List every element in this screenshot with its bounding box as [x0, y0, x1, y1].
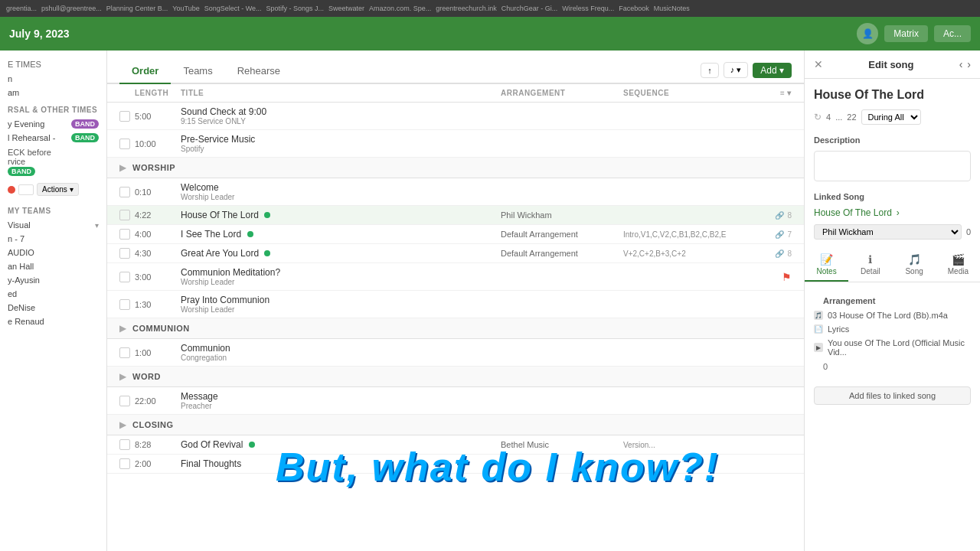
browser-tab[interactable]: Planning Center B... — [106, 5, 168, 12]
row-checkbox[interactable] — [119, 458, 130, 469]
panel-tab-song[interactable]: 🎵 Song — [893, 249, 936, 282]
tab-rehearse[interactable]: Rehearse — [225, 59, 292, 84]
edit-panel-title: Edit song — [868, 59, 913, 70]
prev-song-button[interactable]: ‹ — [959, 58, 963, 70]
panel-tab-media[interactable]: 🎬 Media — [936, 249, 980, 282]
row-info: Communion Congregation — [181, 343, 501, 362]
table-row[interactable]: 1:00 Communion Congregation — [107, 339, 804, 367]
browser-tab[interactable]: Wireless Frequ... — [562, 5, 614, 12]
actions-button[interactable]: Actions ▾ — [37, 183, 79, 196]
sidebar-ayusin-item[interactable]: y-Ayusin — [0, 273, 106, 287]
linked-song-arrow[interactable]: › — [897, 207, 900, 218]
tab-order[interactable]: Order — [119, 59, 171, 84]
sidebar-time-item[interactable]: n — [0, 72, 106, 86]
active-dot — [247, 231, 253, 237]
sidebar-n7-item[interactable]: n - 7 — [0, 232, 106, 246]
active-dot — [264, 212, 270, 218]
notes-icon: 📝 — [805, 253, 848, 266]
arrangement-item[interactable]: 📄 Lyrics — [814, 322, 971, 336]
sidebar-audio-item[interactable]: AUDIO — [0, 246, 106, 259]
row-checkbox[interactable] — [119, 229, 130, 240]
row-checkbox[interactable] — [119, 439, 130, 450]
row-sequence: Intro,V1,C,V2,C,B1,B2,C,B2,E — [623, 230, 761, 239]
sidebar-denise-item[interactable]: DeNise — [0, 301, 106, 315]
table-row[interactable]: 1:30 Pray Into Communion Worship Leader — [107, 291, 804, 318]
browser-tab[interactable]: Spotify - Songs J... — [266, 5, 325, 12]
sidebar-ed-item[interactable]: ed — [0, 287, 106, 301]
browser-tab[interactable]: MusicNotes — [654, 5, 690, 12]
sidebar-evening-item[interactable]: y Evening BAND — [0, 117, 106, 131]
browser-tab[interactable]: greentreechurch.ink — [436, 5, 497, 12]
arrangement-item[interactable]: ▶ You ouse Of The Lord (Official Music V… — [814, 336, 971, 359]
table-row[interactable]: 8:28 God Of Revival Bethel Music Version… — [107, 435, 804, 455]
section-collapse-icon[interactable]: ▶ — [119, 419, 126, 430]
section-collapse-icon[interactable]: ▶ — [119, 162, 126, 173]
arrangement-item[interactable]: 🎵 03 House Of The Lord (Bb).m4a — [814, 308, 971, 322]
table-row[interactable]: 3:00 Communion Meditation? Worship Leade… — [107, 263, 804, 291]
matrix-button[interactable]: Matrix — [884, 25, 928, 42]
table-row[interactable]: 4:22 House Of The Lord Phil Wickham 🔗 8 — [107, 206, 804, 225]
sidebar-time-item-2[interactable]: am — [0, 86, 106, 99]
browser-tab[interactable]: Sweetwater — [328, 5, 364, 12]
table-row[interactable]: 2:00 Final Thoughts — [107, 455, 804, 474]
table-row[interactable]: 22:00 Message Preacher — [107, 387, 804, 415]
closing-section-header: ▶ CLOSING — [107, 415, 804, 435]
row-actions: 🔗 8 — [761, 211, 792, 220]
close-panel-button[interactable]: ✕ — [814, 58, 823, 70]
row-checkbox[interactable] — [119, 272, 130, 282]
row-checkbox[interactable] — [119, 187, 130, 197]
table-row[interactable]: 0:10 Welcome Worship Leader — [107, 178, 804, 206]
browser-tab[interactable]: Facebook — [619, 5, 649, 12]
music-button[interactable]: ♪ ▾ — [724, 62, 749, 78]
browser-tab[interactable]: greentia... — [6, 5, 37, 12]
row-number: 8 — [787, 249, 792, 258]
timing-select[interactable]: During All — [861, 109, 921, 125]
panel-tab-media-label: Media — [948, 267, 969, 276]
next-song-button[interactable]: › — [967, 58, 971, 70]
browser-tab[interactable]: ChurchGear - Gi... — [501, 5, 558, 12]
linked-song-name[interactable]: House Of The Lord — [814, 207, 892, 218]
sidebar-rehearsal-item[interactable]: l Rehearsal - BAND — [0, 131, 106, 145]
user-icon[interactable]: 👤 — [857, 23, 878, 44]
edit-panel-header: ✕ Edit song ‹ › — [805, 51, 980, 79]
row-time: 1:00 — [135, 348, 181, 357]
active-dot — [264, 250, 270, 256]
section-collapse-icon[interactable]: ▶ — [119, 371, 126, 382]
row-checkbox[interactable] — [119, 299, 130, 310]
description-area[interactable] — [814, 151, 971, 181]
browser-tab[interactable]: SongSelect - We... — [204, 5, 262, 12]
action-button[interactable]: Ac... — [934, 25, 971, 42]
artist-select[interactable]: Phil Wickham — [814, 224, 962, 240]
row-checkbox[interactable] — [119, 210, 130, 220]
table-row[interactable]: 4:30 Great Are You Lord Default Arrangem… — [107, 244, 804, 263]
browser-tab[interactable]: YouTube — [172, 5, 199, 12]
add-button[interactable]: Add ▾ — [753, 63, 792, 78]
row-checkbox[interactable] — [119, 139, 130, 149]
service-body: 5:00 Sound Check at 9:00 9:15 Service ON… — [107, 103, 804, 551]
sidebar-visual-item[interactable]: Visual ▾ — [0, 218, 106, 232]
row-arrangement: Default Arrangement — [501, 230, 623, 239]
refresh-icon: ↻ — [814, 112, 822, 122]
browser-tab[interactable]: pshull@greentree... — [41, 5, 102, 12]
sidebar-anhall-item[interactable]: an Hall — [0, 259, 106, 273]
sidebar-actions: Actions ▾ — [0, 178, 106, 201]
row-time: 2:00 — [135, 459, 181, 468]
section-label-closing: CLOSING — [132, 420, 174, 429]
section-collapse-icon[interactable]: ▶ — [119, 323, 126, 334]
row-checkbox[interactable] — [119, 248, 130, 259]
add-files-button[interactable]: Add files to linked song — [814, 386, 971, 405]
panel-tab-detail[interactable]: ℹ Detail — [848, 249, 892, 282]
panel-tab-notes[interactable]: 📝 Notes — [805, 249, 848, 282]
row-number: 8 — [787, 211, 792, 220]
row-checkbox[interactable] — [119, 396, 130, 406]
share-button[interactable]: ↑ — [701, 63, 719, 78]
table-row[interactable]: 5:00 Sound Check at 9:00 9:15 Service ON… — [107, 103, 804, 130]
table-row[interactable]: 10:00 Pre-Service Music Spotify — [107, 130, 804, 158]
row-checkbox[interactable] — [119, 111, 130, 122]
tab-teams[interactable]: Teams — [171, 59, 224, 84]
sidebar-renaud-item[interactable]: e Renaud — [0, 315, 106, 328]
row-time: 5:00 — [135, 112, 181, 121]
browser-tab[interactable]: Amazon.com. Spe... — [369, 5, 431, 12]
row-checkbox[interactable] — [119, 347, 130, 358]
table-row[interactable]: 4:00 I See The Lord Default Arrangement … — [107, 225, 804, 244]
